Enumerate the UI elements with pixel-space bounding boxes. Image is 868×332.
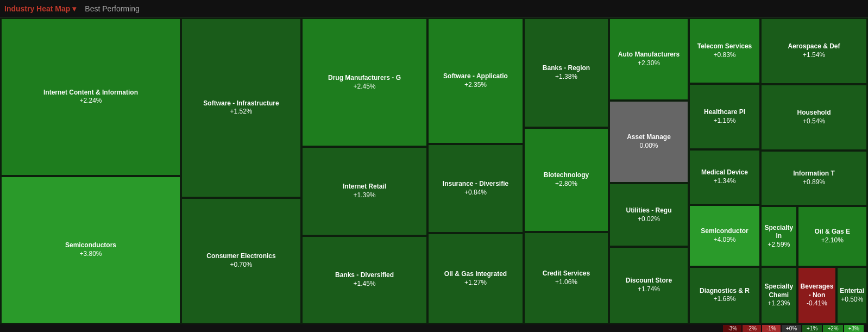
col-8: Aerospace & Def +1.54% Household +0.54% … [761, 18, 867, 323]
cell-asset-management[interactable]: Asset Manage 0.00% [609, 101, 688, 183]
legend-pos2: +2% [823, 325, 842, 332]
cell-semiconductors[interactable]: Semiconductors +3.80% [1, 177, 180, 323]
col-6: Auto Manufacturers +2.30% Asset Manage 0… [609, 18, 688, 323]
row-8-4: Specialty In +2.59% Specialty Chemi +1.2… [761, 206, 867, 323]
header-title[interactable]: Industry Heat Map ▾ [4, 4, 76, 13]
row-8-1: Aerospace & Def +1.54% [761, 18, 867, 84]
legend-neg2: -2% [743, 325, 761, 332]
legend-zero: +0% [782, 325, 801, 332]
cell-telecom-services[interactable]: Telecom Services +0.83% [689, 18, 760, 83]
col-1: Internet Content & Information +2.24% Se… [1, 18, 180, 323]
cell-information-t[interactable]: Information T +0.89% [761, 151, 867, 205]
row-8-4b: Specialty Chemi +1.23% [761, 267, 797, 323]
cell-oil-gas-e[interactable]: Oil & Gas E +2.10% [798, 206, 867, 266]
col-7: Telecom Services +0.83% Healthcare Pl +1… [689, 18, 760, 323]
cell-specialty-in[interactable]: Specialty In +2.59% [761, 206, 797, 266]
cell-healthcare-pl[interactable]: Healthcare Pl +1.16% [689, 84, 760, 149]
cell-specialty-chemi[interactable]: Specialty Chemi +1.23% [761, 267, 797, 323]
cell-discount-store[interactable]: Discount Store +1.74% [609, 247, 688, 323]
cell-semiconductor2[interactable]: Semiconductor +4.09% [689, 205, 760, 266]
cell-utilities-regu[interactable]: Utilities - Regu +0.02% [609, 184, 688, 246]
cell-entertainment[interactable]: Entertai +0.50% [837, 267, 867, 323]
cell-diagnostics[interactable]: Diagnostics & R +1.68% [689, 267, 760, 323]
row-8-3: Information T +0.89% [761, 151, 867, 205]
legend-pos1: +1% [802, 325, 822, 332]
legend-pos3: +3% [844, 325, 864, 332]
dropdown-icon: ▾ [72, 4, 76, 13]
col-8-4b: Oil & Gas E +2.10% Beverages - Non -0.41… [798, 206, 867, 323]
cell-aerospace[interactable]: Aerospace & Def +1.54% [761, 18, 867, 84]
header-filter[interactable]: Best Performing [85, 4, 139, 13]
heatmap: Internet Content & Information +2.24% Se… [0, 17, 868, 324]
cell-banks-region[interactable]: Banks - Region +1.38% [524, 18, 608, 127]
cell-internet-retail[interactable]: Internet Retail +1.39% [302, 147, 427, 235]
cell-household[interactable]: Household +0.54% [761, 85, 867, 150]
cell-drug-manufacturers[interactable]: Drug Manufacturers - G +2.45% [302, 18, 427, 146]
cell-insurance-div[interactable]: Insurance - Diversifie +0.84% [428, 145, 523, 233]
row-8-4c: Beverages - Non -0.41% Entertai +0.50% [798, 267, 867, 323]
legend-bar: -3% -2% -1% +0% +1% +2% +3% [0, 324, 868, 332]
cell-consumer-electronics[interactable]: Consumer Electronics +0.70% [181, 198, 301, 323]
legend-neg3: -3% [723, 325, 741, 332]
cell-banks-diversified[interactable]: Banks - Diversified +1.45% [302, 236, 427, 323]
cell-beverages-non[interactable]: Beverages - Non -0.41% [798, 267, 836, 323]
header: Industry Heat Map ▾ Best Performing [0, 0, 868, 17]
col-2: Software - Infrastructure +1.52% Consume… [181, 18, 301, 323]
col-3: Drug Manufacturers - G +2.45% Internet R… [302, 18, 427, 323]
cell-software-apps[interactable]: Software - Applicatio +2.35% [428, 18, 523, 143]
cell-credit-services[interactable]: Credit Services +1.06% [524, 233, 608, 323]
cell-medical-device[interactable]: Medical Device +1.34% [689, 150, 760, 204]
col-5: Banks - Region +1.38% Biotechnology +2.8… [524, 18, 608, 323]
cell-auto-manufacturers[interactable]: Auto Manufacturers +2.30% [609, 18, 688, 100]
cell-oil-gas-integrated[interactable]: Oil & Gas Integrated +1.27% [428, 234, 523, 323]
cell-internet-content[interactable]: Internet Content & Information +2.24% [1, 18, 180, 176]
col-8-4a: Specialty In +2.59% Specialty Chemi +1.2… [761, 206, 797, 323]
legend-neg1: -1% [762, 325, 781, 332]
cell-software-infra[interactable]: Software - Infrastructure +1.52% [181, 18, 301, 197]
col-4: Software - Applicatio +2.35% Insurance -… [428, 18, 523, 323]
row-8-2: Household +0.54% [761, 85, 867, 150]
title-text: Industry Heat Map [4, 4, 70, 13]
cell-biotechnology[interactable]: Biotechnology +2.80% [524, 128, 608, 231]
